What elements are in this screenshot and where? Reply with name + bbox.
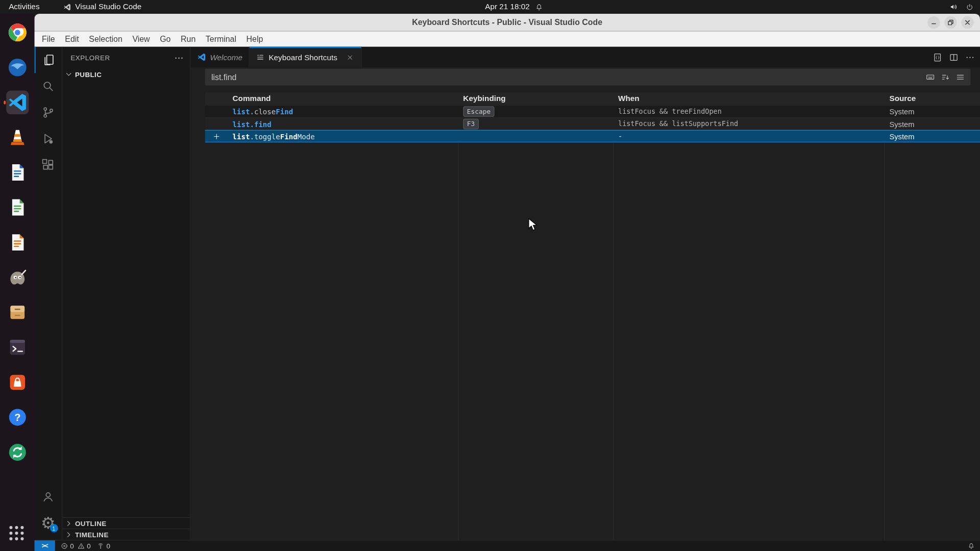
problems-indicator[interactable]: 0 0 (58, 540, 94, 551)
more-actions-button[interactable] (965, 52, 975, 62)
dock-item-lo-calc[interactable] (4, 195, 31, 220)
speaker-icon (949, 3, 958, 11)
tab-welcome[interactable]: Welcome (190, 47, 249, 67)
activity-bar-extensions[interactable] (34, 152, 62, 178)
column-header-keybinding: Keybinding (458, 94, 614, 103)
filter-icon[interactable] (955, 72, 965, 82)
sidebar-section-outline[interactable]: OUTLINE (62, 517, 190, 529)
vscode-mini-icon (63, 3, 71, 11)
clock-text: Apr 21 18:02 (485, 3, 530, 11)
notification-bell-icon (535, 3, 543, 11)
chevron-right-icon (64, 519, 73, 528)
menu-terminal[interactable]: Terminal (201, 31, 241, 47)
dock-item-help[interactable]: ? (4, 405, 31, 430)
explorer-sidebar: EXPLORER ⋯ PUBLIC OUTLINE TIMELINE (62, 47, 190, 540)
show-applications-button[interactable] (9, 526, 26, 542)
settings-badge: 1 (50, 524, 58, 532)
explorer-tree-empty[interactable] (62, 81, 190, 517)
when-cell: - (613, 133, 884, 141)
table-row[interactable]: list.closeFindEscapelistFocus && treeFin… (205, 105, 980, 117)
menu-file[interactable]: File (37, 31, 60, 47)
activities-button[interactable]: Activities (0, 0, 48, 14)
table-row[interactable]: list.toggleFindMode-System (205, 130, 980, 142)
ports-icon (97, 542, 105, 549)
status-bar: >< 0 0 0 (34, 540, 980, 551)
record-keys-icon[interactable] (925, 72, 935, 82)
source-cell: System (885, 119, 980, 128)
keybinding-keycap: F3 (463, 119, 478, 130)
dock-item-vlc[interactable] (4, 125, 31, 150)
sort-by-precedence-icon[interactable] (941, 72, 950, 82)
sidebar-section-public[interactable]: PUBLIC (62, 67, 190, 81)
vlc-icon (7, 127, 28, 148)
sidebar-section-timeline[interactable]: TIMELINE (62, 529, 190, 540)
shortcuts-search-input[interactable] (205, 69, 926, 86)
lo-calc-icon (7, 197, 28, 218)
activity-bar: ⚙1 (34, 47, 62, 540)
close-button[interactable] (961, 16, 973, 29)
activity-bar-accounts[interactable] (34, 484, 62, 510)
chrome-icon (7, 22, 28, 43)
when-cell: listFocus && listSupportsFind (613, 120, 884, 128)
table-row[interactable]: list.findF3listFocus && listSupportsFind… (205, 117, 980, 130)
menubar: FileEditSelectionViewGoRunTerminalHelp (34, 31, 980, 47)
gnome-top-bar: Activities Visual Studio Code Apr 21 18:… (0, 0, 980, 14)
warning-count: 0 (87, 542, 91, 549)
activity-bar-explorer[interactable] (34, 47, 62, 73)
chevron-down-icon (64, 70, 73, 79)
dock-item-ubuntu-software[interactable] (4, 370, 31, 395)
activity-bar-settings[interactable]: ⚙1 (34, 510, 62, 536)
lo-writer-icon (7, 162, 28, 183)
gimp-icon (7, 267, 28, 288)
tab-keyboard-shortcuts[interactable]: Keyboard Shortcuts (249, 47, 361, 67)
tab-close-icon[interactable] (345, 52, 355, 62)
help-icon: ? (7, 407, 28, 428)
timeline-label: TIMELINE (75, 531, 109, 538)
tab-bar: WelcomeKeyboard Shortcuts{} (190, 47, 980, 67)
ubuntu-software-icon (7, 372, 28, 393)
menu-view[interactable]: View (128, 31, 155, 47)
when-cell: listFocus && treeFindOpen (613, 108, 884, 116)
dock-item-software-updater[interactable] (4, 440, 31, 465)
column-header-source: Source (885, 94, 980, 103)
sidebar-title: EXPLORER (70, 54, 110, 61)
dock-item-lo-impress[interactable] (4, 230, 31, 255)
add-keybinding-button[interactable] (212, 133, 220, 141)
menu-help[interactable]: Help (241, 31, 268, 47)
dock-item-thunderbird[interactable] (4, 55, 31, 80)
desktop: Activities Visual Studio Code Apr 21 18:… (0, 0, 980, 551)
menu-selection[interactable]: Selection (84, 31, 128, 47)
activity-bar-run-debug[interactable] (34, 126, 62, 152)
row-actions-cell (205, 133, 228, 141)
remote-indicator[interactable]: >< (34, 540, 55, 551)
dock-item-lo-writer[interactable] (4, 160, 31, 185)
dock-item-terminal[interactable] (4, 335, 31, 360)
explorer-more-actions-icon[interactable]: ⋯ (175, 52, 184, 62)
dock-item-files[interactable] (4, 300, 31, 325)
software-updater-icon (7, 442, 28, 463)
open-keybindings-json-button[interactable]: {} (933, 52, 943, 62)
activity-bar-source-control[interactable] (34, 99, 62, 126)
dock-item-gimp[interactable] (4, 265, 31, 290)
svg-text:{}: {} (935, 55, 940, 60)
system-status-area[interactable] (949, 3, 974, 11)
ports-indicator[interactable]: 0 (94, 540, 113, 551)
menu-edit[interactable]: Edit (60, 31, 84, 47)
menu-run[interactable]: Run (176, 31, 201, 47)
notifications-bell-icon[interactable] (968, 542, 975, 549)
dock-item-vscode[interactable] (4, 90, 31, 115)
restore-button[interactable] (944, 16, 957, 29)
account-icon (41, 490, 55, 504)
minimize-button[interactable] (927, 16, 940, 29)
focused-app-name: Visual Studio Code (75, 3, 141, 11)
window-titlebar[interactable]: Keyboard Shortcuts - Public - Visual Stu… (34, 14, 980, 31)
menu-go[interactable]: Go (155, 31, 176, 47)
dock-item-chrome[interactable] (4, 20, 31, 45)
focused-app-indicator[interactable]: Visual Studio Code (63, 3, 141, 11)
split-editor-button[interactable] (949, 52, 959, 62)
activity-bar-search[interactable] (34, 73, 62, 99)
chevron-right-icon (64, 530, 73, 539)
power-icon (966, 3, 974, 11)
clock-menu[interactable]: Apr 21 18:02 (485, 3, 543, 11)
dock: ? (0, 14, 34, 551)
